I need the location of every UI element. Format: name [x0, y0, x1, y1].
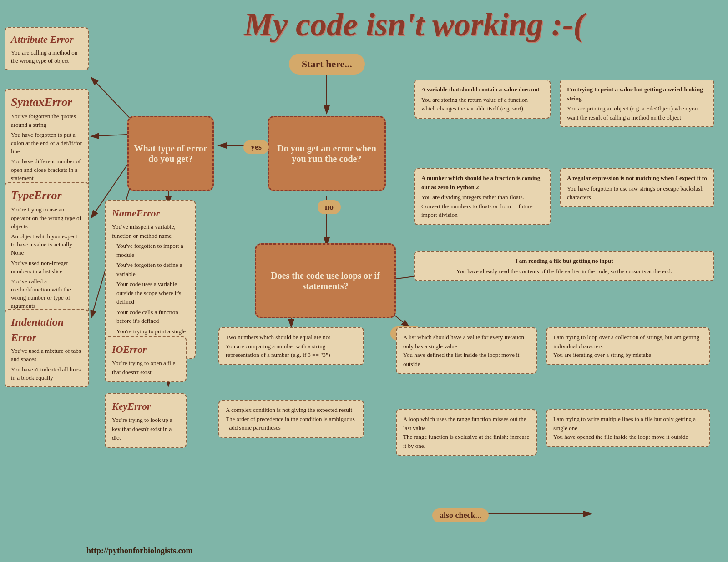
nameerror-title: NameError	[112, 206, 188, 221]
syntax-item-3: You have different number of open and cl…	[11, 157, 82, 182]
type-error-title: TypeError	[11, 187, 82, 204]
nameerror-item-5: Your code calls a function before it's d…	[112, 308, 188, 326]
list-single-value-body: You have defined the list inside the loo…	[403, 351, 530, 368]
flow-box-loops-or-if: Does the code use loops or if statements…	[255, 243, 396, 318]
write-multiple-title: I am trying to write multiple lines to a…	[553, 415, 703, 432]
print-weird-box: I'm trying to print a value but getting …	[560, 80, 714, 127]
connector-yes: yes	[243, 140, 269, 154]
ioerror-box: IOError You're trying to open a file tha…	[105, 336, 187, 382]
reading-file-title: I am reading a file but getting no input	[421, 256, 707, 266]
start-bubble: Start here...	[289, 54, 365, 75]
loop-strings-title: I am trying to loop over a collection of…	[553, 333, 703, 351]
keyerror-box: KeyError You're trying to look up a key …	[105, 393, 187, 448]
range-misses-box: A loop which uses the range function mis…	[396, 409, 537, 456]
syntax-item-1: You've forgotten the quotes around a str…	[11, 112, 82, 129]
list-single-value-box: A list which should have a value for eve…	[396, 327, 537, 374]
nameerror-box: NameError You've misspelt a variable, fu…	[105, 200, 196, 359]
indentation-item-1: You've used a mixture of tabs and spaces	[11, 347, 82, 363]
write-multiple-box: I am trying to write multiple lines to a…	[546, 409, 710, 447]
syntax-error-box: SyntaxError You've forgotten the quotes …	[5, 89, 89, 188]
two-numbers-body: You are comparing a number with a string…	[226, 342, 357, 360]
syntax-error-title: SyntaxError	[11, 94, 82, 110]
syntax-item-2: You have forgotten to put a colon at the…	[11, 131, 82, 156]
ioerror-body: You're trying to open a file that doesn'…	[112, 359, 179, 376]
print-weird-body: You are printing an object (e.g. a FileO…	[567, 104, 707, 122]
nameerror-item-1: You've misspelt a variable, function or …	[112, 222, 188, 240]
loop-strings-box: I am trying to loop over a collection of…	[546, 327, 710, 365]
type-item-3: You've used non-integer numbers in a lis…	[11, 259, 82, 276]
variable-no-value-box: A variable that should contain a value d…	[414, 80, 551, 119]
two-numbers-box: Two numbers which should be equal are no…	[218, 327, 364, 365]
list-single-value-title: A list which should have a value for eve…	[403, 333, 530, 351]
complex-condition-title: A complex condition is not giving the ex…	[226, 406, 357, 415]
reading-file-box: I am reading a file but getting no input…	[414, 251, 714, 281]
nameerror-item-2: You've forgotten to import a module	[112, 241, 188, 259]
complex-condition-box: A complex condition is not giving the ex…	[218, 400, 364, 438]
indentation-error-box: Indentation Error You've used a mixture …	[5, 309, 89, 387]
loop-strings-body: You are iterating over a string by mista…	[553, 351, 703, 360]
write-multiple-body: You have opened the file inside the loop…	[553, 432, 703, 442]
nameerror-item-4: Your code uses a variable outside the sc…	[112, 280, 188, 306]
regex-title: A regular expression is not matching whe…	[567, 174, 707, 183]
number-fraction-body: You are dividing integers rather than fl…	[421, 193, 543, 220]
keyerror-body: You're trying to look up a key that does…	[112, 416, 179, 442]
flow-box-error-when-run: Do you get an error when you run the cod…	[268, 116, 386, 191]
print-weird-title: I'm trying to print a value but getting …	[567, 85, 707, 103]
variable-no-value-body: You are storing the return value of a fu…	[421, 95, 543, 113]
complex-condition-body: The order of precedence in the condition…	[226, 415, 357, 432]
indentation-error-title: Indentation Error	[11, 315, 82, 345]
regex-body: You have forgotten to use raw strings or…	[567, 184, 707, 202]
nameerror-item-3: You've forgotten to define a variable	[112, 261, 188, 278]
reading-file-body: You have already read the contents of th…	[421, 267, 707, 276]
range-misses-body: The range function is exclusive at the f…	[403, 432, 530, 450]
flow-box-what-type: What type of error do you get?	[127, 116, 214, 191]
type-item-2: An object which you expect to have a val…	[11, 232, 82, 257]
indentation-item-2: You haven't indented all lines in a bloc…	[11, 366, 82, 382]
type-item-4: You've called a method/function with the…	[11, 277, 82, 311]
number-fraction-title: A number which should be a fraction is c…	[421, 174, 543, 191]
attribute-error-box: Attribute Error You are calling a method…	[5, 27, 89, 70]
regex-box: A regular expression is not matching whe…	[560, 168, 714, 207]
keyerror-title: KeyError	[112, 399, 179, 414]
url-text: http://pythonforbiologists.com	[86, 546, 193, 556]
svg-line-4	[91, 77, 134, 123]
range-misses-title: A loop which uses the range function mis…	[403, 415, 530, 432]
page-title: My code isn't working :-(	[0, 0, 728, 45]
two-numbers-title: Two numbers which should be equal are no…	[226, 333, 357, 342]
connector-also-check: also check...	[432, 508, 489, 522]
connector-no: no	[318, 200, 341, 214]
variable-no-value-title: A variable that should contain a value d…	[421, 85, 543, 94]
attribute-error-body: You are calling a method on the wrong ty…	[11, 49, 82, 65]
type-error-box: TypeError You're trying to use an operat…	[5, 182, 89, 316]
type-item-1: You're trying to use an operator on the …	[11, 206, 82, 231]
attribute-error-title: Attribute Error	[11, 33, 82, 47]
number-fraction-box: A number which should be a fraction is c…	[414, 168, 551, 225]
ioerror-title: IOError	[112, 342, 179, 357]
